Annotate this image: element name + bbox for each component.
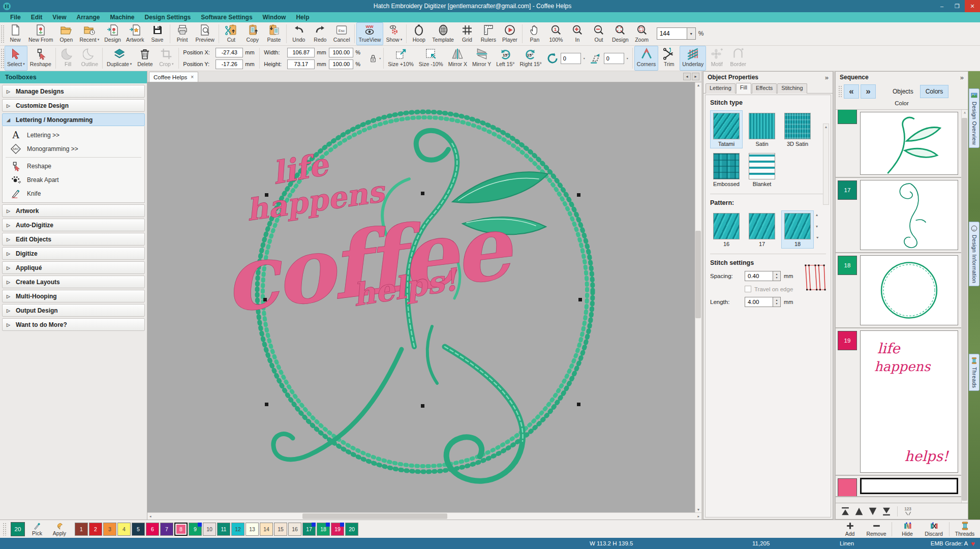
stitch-type-embossed[interactable]: Embossed bbox=[710, 150, 743, 189]
menu-window[interactable]: Window bbox=[258, 12, 291, 22]
tab-scroll-left-icon[interactable]: ◂ bbox=[683, 73, 691, 80]
paste-button[interactable]: Paste bbox=[263, 22, 285, 45]
tool-break-apart[interactable]: Break Apart bbox=[3, 173, 144, 187]
palette-color-6[interactable]: 6 bbox=[146, 523, 159, 536]
menu-file[interactable]: File bbox=[5, 12, 26, 22]
print-button[interactable]: Print bbox=[172, 22, 193, 45]
menu-view[interactable]: View bbox=[47, 12, 71, 22]
sidebar-section-auto-digitize[interactable]: ▷Auto-Digitize bbox=[2, 219, 145, 231]
palette-color-19[interactable]: 19 bbox=[331, 523, 344, 536]
design-button[interactable]: Design bbox=[609, 22, 631, 45]
menu-software-settings[interactable]: Software Settings bbox=[196, 12, 257, 22]
height-input[interactable] bbox=[287, 59, 315, 69]
fill-button[interactable]: Fill bbox=[57, 46, 79, 71]
sidebar-section-manage-designs[interactable]: ▷Manage Designs bbox=[2, 85, 145, 98]
mirror-x-button[interactable]: Mirror X bbox=[446, 46, 470, 71]
collapse-properties-icon[interactable]: » bbox=[825, 74, 829, 81]
spacing-spinner[interactable]: ▲▼ bbox=[773, 271, 781, 281]
tab-scroll-right-icon[interactable]: ▸ bbox=[692, 73, 699, 80]
left-15-button[interactable]: 15°Left 15° bbox=[494, 46, 517, 71]
zoom-dropdown-icon[interactable]: ▼ bbox=[687, 27, 696, 40]
save-button[interactable]: Save bbox=[147, 22, 168, 45]
position-y-input[interactable] bbox=[216, 59, 243, 69]
stitch-type-3d-satin[interactable]: 3D Satin bbox=[781, 110, 814, 148]
mirror-y-button[interactable]: Mirror Y bbox=[470, 46, 494, 71]
canvas-hscroll-thumb[interactable] bbox=[302, 513, 447, 519]
show-button[interactable]: Show▾ bbox=[383, 22, 405, 45]
properties-tab-effects[interactable]: Effects bbox=[752, 83, 777, 94]
discard-button[interactable]: Discard bbox=[921, 521, 947, 537]
sequence-item-17[interactable]: 17 bbox=[836, 178, 961, 253]
sidebar-section-digitize[interactable]: ▷Digitize bbox=[2, 247, 145, 260]
100-button[interactable]: 1100% bbox=[545, 22, 567, 45]
palette-color-13[interactable]: 13 bbox=[246, 523, 259, 536]
minimize-button[interactable]: – bbox=[934, 0, 950, 12]
toolbar-grip[interactable] bbox=[1, 25, 4, 43]
undo-button[interactable]: Undo bbox=[288, 22, 310, 45]
pattern-scroll-arrows[interactable]: ▴▾⯆ bbox=[816, 210, 819, 241]
crop-button[interactable]: Crop▾ bbox=[156, 46, 177, 71]
width-input[interactable] bbox=[287, 48, 315, 57]
sequence-toggle-objects[interactable]: Objects bbox=[887, 85, 919, 98]
rotate-options-dropdown[interactable]: ▾ bbox=[584, 56, 585, 60]
properties-tab-lettering[interactable]: Lettering bbox=[706, 83, 736, 94]
rulers-button[interactable]: Rulers bbox=[478, 22, 499, 45]
sidebar-section-want-to-do-more[interactable]: ▷Want to do More? bbox=[2, 318, 145, 331]
collapse-sequence-icon[interactable]: » bbox=[960, 74, 964, 81]
add-button[interactable]: Add bbox=[837, 521, 863, 537]
height-percent-input[interactable] bbox=[329, 59, 353, 69]
stitch-type-satin[interactable]: Satin bbox=[746, 110, 778, 148]
skew-input[interactable] bbox=[604, 53, 624, 64]
palette-color-1[interactable]: 1 bbox=[75, 523, 88, 536]
pattern-16[interactable]: 16 bbox=[710, 210, 743, 249]
menu-arrange[interactable]: Arrange bbox=[71, 12, 105, 22]
sequence-item-partial-top[interactable] bbox=[836, 110, 961, 178]
copy-button[interactable]: Copy bbox=[242, 22, 263, 45]
palette-color-8[interactable]: 8 bbox=[174, 523, 188, 536]
move-bottom-icon[interactable] bbox=[881, 506, 892, 517]
close-button[interactable]: ✕ bbox=[965, 0, 980, 12]
sidebar-section-appliqu[interactable]: ▷Appliqué bbox=[2, 261, 145, 274]
menu-design-settings[interactable]: Design Settings bbox=[140, 12, 196, 22]
travel-on-edge-checkbox[interactable] bbox=[745, 286, 751, 292]
size-10-button[interactable]: Size -10% bbox=[416, 46, 446, 71]
sequence-scrollbar[interactable]: ∧ bbox=[961, 110, 968, 503]
palette-color-9[interactable]: 9 bbox=[189, 523, 202, 536]
sequence-back-button[interactable]: « bbox=[844, 84, 859, 99]
move-top-icon[interactable] bbox=[840, 506, 851, 517]
apply-color-button[interactable]: Apply bbox=[49, 522, 70, 536]
stitch-type-blanket[interactable]: Blanket bbox=[746, 150, 778, 189]
sequence-toggle-colors[interactable]: Colors bbox=[920, 85, 949, 98]
palette-color-5[interactable]: 5 bbox=[132, 523, 145, 536]
sidebar-section-customize-design[interactable]: ▷Customize Design bbox=[2, 99, 145, 112]
position-x-input[interactable] bbox=[216, 48, 243, 57]
new-button[interactable]: New bbox=[5, 22, 26, 45]
sidebar-section-lettering-monogramming[interactable]: ◢Lettering / Monogramming bbox=[2, 113, 145, 126]
palette-color-12[interactable]: 12 bbox=[231, 523, 244, 536]
select-button[interactable]: Select▾ bbox=[5, 46, 27, 71]
redo-button[interactable]: Redo bbox=[310, 22, 331, 45]
properties-tab-fill[interactable]: Fill bbox=[736, 83, 751, 94]
duplicate-button[interactable]: Duplicate▾ bbox=[104, 46, 134, 71]
palette-color-10[interactable]: 10 bbox=[203, 523, 216, 536]
dock-tab-design-information[interactable]: iDesign Information bbox=[969, 222, 979, 286]
length-spinner[interactable]: ▲▼ bbox=[773, 297, 781, 307]
hide-button[interactable]: Hide bbox=[894, 521, 921, 537]
palette-color-16[interactable]: 16 bbox=[288, 523, 301, 536]
zoom-level-input[interactable] bbox=[657, 27, 687, 40]
threads-button[interactable]: Threads bbox=[952, 521, 978, 537]
palette-color-14[interactable]: 14 bbox=[260, 523, 273, 536]
properties-tab-stitching[interactable]: Stitching bbox=[777, 83, 807, 94]
template-button[interactable]: Template bbox=[430, 22, 456, 45]
width-percent-input[interactable] bbox=[329, 48, 353, 57]
remove-button[interactable]: Remove bbox=[863, 521, 890, 537]
toolbar-grip[interactable] bbox=[1, 48, 4, 68]
right-15-button[interactable]: 15°Right 15° bbox=[517, 46, 544, 71]
canvas-horizontal-scrollbar[interactable]: ◂▸ bbox=[147, 512, 701, 520]
pattern-17[interactable]: 17 bbox=[746, 210, 778, 249]
palette-color-7[interactable]: 7 bbox=[160, 523, 173, 536]
trueview-button[interactable]: WWTrueView bbox=[356, 22, 384, 45]
motif-button[interactable]: Motif bbox=[706, 46, 727, 71]
palette-color-3[interactable]: 3 bbox=[103, 523, 116, 536]
palette-color-17[interactable]: 17 bbox=[302, 523, 316, 536]
